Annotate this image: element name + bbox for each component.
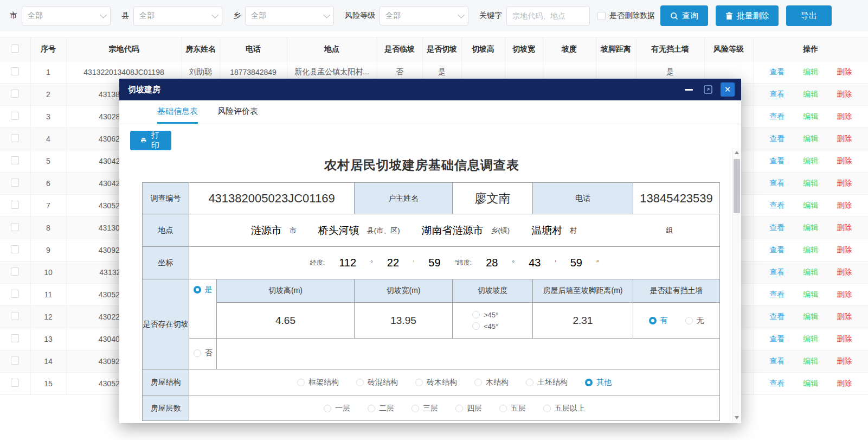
row-checkbox[interactable]	[11, 267, 19, 276]
scrollbar-thumb[interactable]	[734, 159, 740, 213]
floors-option-radio[interactable]: 三层	[412, 404, 438, 413]
row-checkbox[interactable]	[11, 312, 19, 320]
delete-link[interactable]: 删除	[837, 90, 852, 98]
select-all-checkbox[interactable]	[11, 44, 19, 53]
delete-link[interactable]: 删除	[837, 112, 852, 120]
delete-link[interactable]: 删除	[837, 201, 852, 209]
delete-link[interactable]: 删除	[837, 290, 852, 298]
row-checkbox[interactable]	[11, 223, 19, 231]
row-checkbox[interactable]	[11, 245, 19, 253]
edit-link[interactable]: 编辑	[803, 201, 818, 209]
row-checkbox[interactable]	[11, 201, 19, 209]
row-checkbox[interactable]	[11, 290, 19, 298]
view-link[interactable]: 查看	[769, 178, 785, 187]
floors-option-radio[interactable]: 四层	[455, 404, 482, 413]
delete-link[interactable]: 删除	[837, 334, 852, 343]
structure-option-radio[interactable]: 其他	[585, 378, 612, 387]
print-button[interactable]: 打印	[130, 131, 171, 150]
view-link[interactable]: 查看	[769, 134, 785, 143]
delete-link[interactable]: 删除	[837, 356, 852, 365]
row-checkbox[interactable]	[11, 134, 19, 142]
row-checkbox[interactable]	[11, 112, 19, 120]
edit-link[interactable]: 编辑	[803, 156, 818, 165]
view-link[interactable]: 查看	[769, 112, 785, 120]
dialog-header[interactable]: 切坡建房 ✕	[119, 79, 741, 100]
delete-link[interactable]: 删除	[837, 134, 852, 143]
scroll-up-icon[interactable]	[732, 148, 741, 157]
query-button[interactable]: 查询	[660, 5, 708, 26]
edit-link[interactable]: 编辑	[803, 90, 818, 98]
minimize-button[interactable]	[681, 82, 696, 97]
row-checkbox[interactable]	[11, 379, 19, 387]
slope-gt45-radio[interactable]: >45°	[472, 311, 498, 319]
deleted-data-checkbox[interactable]	[597, 12, 606, 20]
delete-link[interactable]: 删除	[837, 178, 852, 187]
slope-lt45-radio[interactable]: <45°	[472, 322, 498, 330]
view-link[interactable]: 查看	[769, 223, 785, 232]
wall-no-radio[interactable]: 无	[685, 316, 704, 326]
delete-link[interactable]: 删除	[837, 312, 852, 321]
row-checkbox[interactable]	[11, 156, 19, 164]
row-checkbox[interactable]	[11, 334, 19, 342]
edit-link[interactable]: 编辑	[803, 379, 818, 387]
close-button[interactable]: ✕	[721, 82, 735, 97]
delete-link[interactable]: 删除	[837, 245, 852, 254]
delete-link[interactable]: 删除	[837, 223, 852, 232]
edit-link[interactable]: 编辑	[803, 356, 818, 365]
maximize-button[interactable]	[701, 82, 715, 97]
view-link[interactable]: 查看	[769, 90, 785, 98]
dialog-scrollbar[interactable]	[732, 148, 741, 422]
batch-delete-button[interactable]: 批量删除	[716, 5, 779, 26]
delete-link[interactable]: 删除	[837, 267, 852, 276]
view-link[interactable]: 查看	[769, 290, 785, 298]
structure-option-radio[interactable]: 框架结构	[297, 378, 339, 387]
city-select[interactable]: 全部	[22, 6, 111, 25]
floors-option-radio[interactable]: 二层	[368, 404, 394, 413]
delete-link[interactable]: 删除	[837, 379, 852, 387]
edit-link[interactable]: 编辑	[803, 112, 818, 120]
view-link[interactable]: 查看	[769, 267, 785, 276]
edit-link[interactable]: 编辑	[803, 245, 818, 254]
structure-option-radio[interactable]: 木结构	[474, 378, 509, 387]
view-link[interactable]: 查看	[769, 379, 785, 387]
view-link[interactable]: 查看	[769, 334, 785, 343]
cut-slope-no-radio[interactable]: 否	[194, 348, 213, 358]
wall-yes-radio[interactable]: 有	[649, 316, 668, 326]
view-link[interactable]: 查看	[769, 201, 785, 209]
keyword-input[interactable]	[506, 6, 590, 25]
row-checkbox[interactable]	[11, 67, 19, 75]
view-link[interactable]: 查看	[769, 156, 785, 165]
delete-link[interactable]: 删除	[837, 67, 852, 76]
view-link[interactable]: 查看	[769, 312, 785, 321]
structure-option-radio[interactable]: 砖混结构	[356, 378, 398, 387]
row-checkbox[interactable]	[11, 178, 19, 187]
view-link[interactable]: 查看	[769, 245, 785, 254]
edit-link[interactable]: 编辑	[803, 334, 818, 343]
edit-link[interactable]: 编辑	[803, 223, 818, 232]
cut-slope-yes-radio[interactable]: 是	[194, 285, 213, 295]
scroll-down-icon[interactable]	[732, 413, 741, 422]
delete-link[interactable]: 删除	[837, 156, 852, 165]
floors-option-radio[interactable]: 五层	[499, 404, 526, 413]
row-checkbox[interactable]	[11, 356, 19, 365]
edit-link[interactable]: 编辑	[803, 178, 818, 187]
edit-link[interactable]: 编辑	[803, 134, 818, 143]
edit-link[interactable]: 编辑	[803, 290, 818, 298]
export-button[interactable]: 导出	[786, 5, 832, 26]
township-select[interactable]: 全部	[245, 6, 334, 25]
view-link[interactable]: 查看	[769, 67, 785, 76]
tab-basic-info[interactable]: 基础信息表	[157, 100, 198, 124]
county-select[interactable]: 全部	[133, 6, 222, 25]
risk-select[interactable]: 全部	[380, 6, 468, 25]
view-link[interactable]: 查看	[769, 356, 785, 365]
floors-option-radio[interactable]: 五层以上	[543, 404, 585, 413]
edit-link[interactable]: 编辑	[803, 67, 818, 76]
edit-link[interactable]: 编辑	[803, 267, 818, 276]
row-checkbox[interactable]	[11, 90, 19, 98]
floors-option-radio[interactable]: 一层	[324, 404, 350, 413]
structure-option-radio[interactable]: 砖木结构	[415, 378, 457, 387]
filter-township-label: 乡	[233, 11, 241, 21]
tab-risk-evaluation[interactable]: 风险评价表	[217, 100, 258, 124]
structure-option-radio[interactable]: 土坯结构	[526, 378, 568, 387]
edit-link[interactable]: 编辑	[803, 312, 818, 321]
